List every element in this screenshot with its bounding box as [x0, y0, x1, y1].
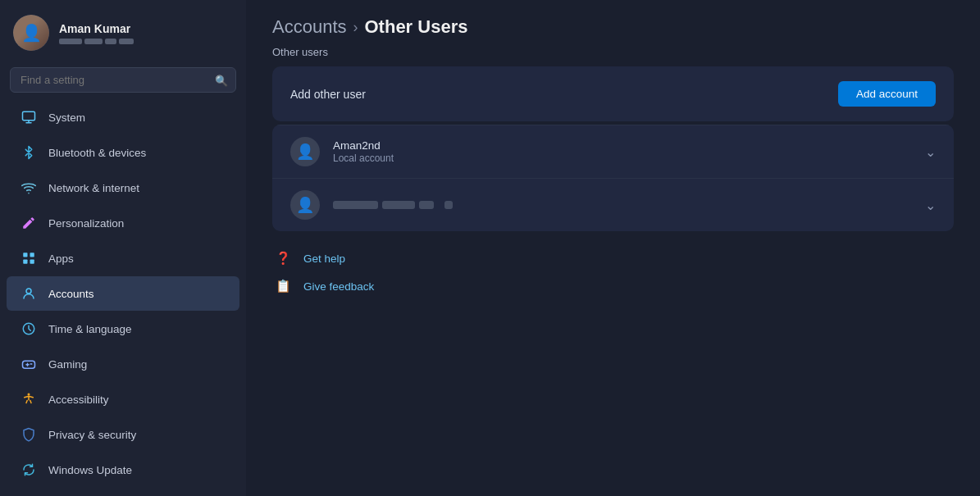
user-name-aman2nd: Aman2nd	[333, 139, 912, 152]
blur-bar-3	[419, 201, 434, 209]
sidebar-label-network: Network & internet	[48, 182, 139, 194]
add-user-row: Add other user Add account	[272, 66, 954, 121]
sidebar-item-network[interactable]: Network & internet	[7, 171, 239, 205]
svg-rect-3	[23, 260, 27, 264]
user-row-blurred[interactable]: 👤 ⌄	[272, 178, 954, 231]
section-label: Other users	[272, 46, 954, 58]
svg-rect-1	[23, 253, 27, 257]
apps-icon	[20, 249, 38, 267]
give-feedback-label: Give feedback	[303, 280, 374, 293]
breadcrumb: Accounts › Other Users	[272, 16, 954, 38]
gaming-icon	[20, 355, 38, 373]
chevron-icon-aman2nd: ⌄	[925, 144, 936, 160]
breadcrumb-accounts: Accounts	[272, 16, 347, 38]
network-icon	[20, 179, 38, 197]
sidebar-label-update: Windows Update	[48, 464, 132, 476]
sidebar-label-bluetooth: Bluetooth & devices	[48, 147, 146, 159]
svg-rect-2	[30, 253, 34, 257]
sidebar-item-time[interactable]: Time & language	[7, 312, 239, 346]
user-avatar-blurred: 👤	[290, 190, 320, 220]
user-info-blurred	[333, 201, 453, 209]
svg-point-8	[28, 394, 30, 396]
search-icon: 🔍	[215, 74, 228, 86]
users-card: 👤 Aman2nd Local account ⌄ 👤 ⌄	[272, 125, 954, 231]
help-section: ❓ Get help 📋 Give feedback	[272, 248, 954, 297]
breadcrumb-separator: ›	[353, 19, 358, 36]
main-content: Accounts › Other Users Other users Add o…	[246, 0, 980, 496]
get-help-label: Get help	[303, 253, 345, 265]
sidebar-item-gaming[interactable]: Gaming	[7, 347, 239, 381]
time-icon	[20, 320, 38, 338]
accounts-icon	[20, 284, 38, 303]
sidebar-item-bluetooth[interactable]: Bluetooth & devices	[7, 135, 239, 170]
give-feedback-icon: 📋	[272, 275, 294, 297]
user-avatar-aman2nd: 👤	[290, 137, 320, 166]
sidebar-label-time: Time & language	[48, 323, 132, 335]
nav-list: SystemBluetooth & devicesNetwork & inter…	[0, 99, 246, 488]
get-help-icon: ❓	[272, 248, 294, 269]
svg-rect-0	[23, 111, 35, 121]
search-box: 🔍	[10, 67, 236, 93]
svg-rect-4	[30, 260, 34, 264]
user-bar-1	[59, 39, 82, 44]
blur-bar-4	[444, 201, 453, 209]
sidebar-label-apps: Apps	[48, 253, 74, 265]
user-bar-3	[105, 39, 116, 44]
avatar-image: 👤	[13, 15, 49, 51]
sidebar-label-system: System	[48, 111, 85, 124]
user-name: Aman Kumar	[59, 22, 134, 35]
sidebar-item-apps[interactable]: Apps	[7, 241, 239, 275]
user-bar-2	[84, 39, 103, 44]
give-feedback-row[interactable]: 📋 Give feedback	[272, 275, 954, 297]
breadcrumb-current: Other Users	[365, 16, 468, 38]
sidebar-item-system[interactable]: System	[7, 100, 239, 134]
add-user-label: Add other user	[290, 88, 366, 101]
system-icon	[20, 108, 38, 126]
blur-bar-2	[382, 201, 415, 209]
sidebar-item-privacy[interactable]: Privacy & security	[7, 417, 239, 452]
user-info-aman2nd: Aman2nd Local account	[333, 139, 912, 164]
svg-point-5	[26, 289, 31, 294]
sidebar-label-personalization: Personalization	[48, 217, 124, 230]
privacy-icon	[20, 425, 38, 444]
accessibility-icon	[20, 390, 38, 408]
add-account-button[interactable]: Add account	[838, 81, 936, 107]
user-type-aman2nd: Local account	[333, 152, 912, 164]
personalization-icon	[20, 214, 38, 232]
sidebar-item-accessibility[interactable]: Accessibility	[7, 382, 239, 416]
bluetooth-icon	[20, 143, 38, 162]
search-input[interactable]	[10, 67, 236, 93]
sidebar-label-gaming: Gaming	[48, 358, 87, 371]
user-row-aman2nd[interactable]: 👤 Aman2nd Local account ⌄	[272, 125, 954, 178]
sidebar-item-accounts[interactable]: Accounts	[7, 276, 239, 311]
user-bar-4	[119, 39, 134, 44]
sidebar: 👤 Aman Kumar 🔍 SystemBluetooth & devices…	[0, 0, 246, 496]
update-icon	[20, 461, 38, 479]
sidebar-item-update[interactable]: Windows Update	[7, 453, 239, 487]
user-profile[interactable]: 👤 Aman Kumar	[0, 0, 246, 64]
sidebar-item-personalization[interactable]: Personalization	[7, 206, 239, 240]
sidebar-label-accessibility: Accessibility	[48, 394, 109, 406]
sidebar-label-privacy: Privacy & security	[48, 429, 136, 441]
sidebar-label-accounts: Accounts	[48, 288, 94, 300]
user-bars	[59, 39, 134, 44]
get-help-row[interactable]: ❓ Get help	[272, 248, 954, 269]
avatar: 👤	[13, 15, 49, 51]
blur-bar-1	[333, 201, 378, 209]
chevron-icon-blurred: ⌄	[925, 198, 936, 213]
